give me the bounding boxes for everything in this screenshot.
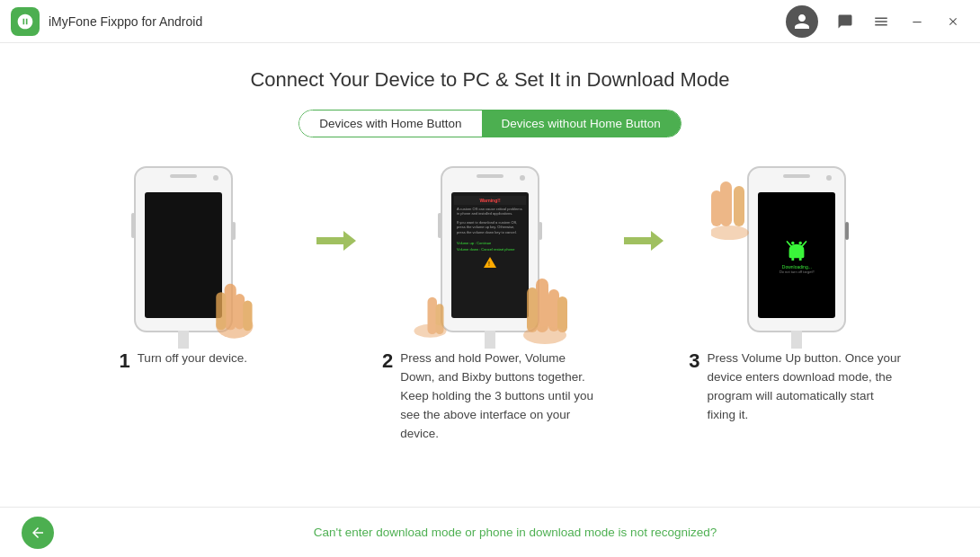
step-3-illustration: Downloading... Do not turn off target!! xyxy=(707,159,886,339)
title-bar-right xyxy=(786,5,969,38)
arrow-icon-1 xyxy=(316,231,356,251)
title-bar-left: iMyFone Fixppo for Android xyxy=(11,7,202,36)
svg-rect-22 xyxy=(734,186,744,226)
svg-rect-1 xyxy=(224,284,236,331)
svg-marker-5 xyxy=(316,231,356,251)
svg-rect-8 xyxy=(536,278,548,332)
android-logo-icon xyxy=(784,235,809,261)
step-1-illustration xyxy=(94,159,273,339)
svg-point-15 xyxy=(414,324,446,338)
hand-icon-3 xyxy=(711,177,761,240)
arrow-1 xyxy=(316,159,356,251)
step-3-desc: 3 Press Volume Up button. Once your devi… xyxy=(680,349,913,425)
warning-triangle-icon: ! xyxy=(484,257,496,268)
bottom-bar: Can't enter download mode or phone in do… xyxy=(0,507,980,557)
app-logo xyxy=(11,7,40,36)
help-link[interactable]: Can't enter download mode or phone in do… xyxy=(72,526,958,539)
svg-rect-4 xyxy=(243,301,252,332)
svg-text:!: ! xyxy=(488,261,490,267)
arrow-icon-2 xyxy=(624,231,664,251)
minimize-button[interactable] xyxy=(901,5,933,38)
step-1-text: Turn off your device. xyxy=(138,349,247,368)
close-button[interactable] xyxy=(937,5,969,38)
svg-rect-2 xyxy=(216,292,226,330)
hand-icon-2b xyxy=(407,271,461,343)
svg-line-20 xyxy=(802,242,806,247)
step-3-number: 3 xyxy=(689,349,699,373)
steps-area: 1 Turn off your device. xyxy=(49,159,931,444)
tab-home-button[interactable]: Devices with Home Button xyxy=(299,111,481,137)
svg-point-17 xyxy=(791,242,795,245)
svg-marker-6 xyxy=(484,257,496,268)
step-2-text: Press and hold Power, Volume Down, and B… xyxy=(400,349,598,444)
svg-line-19 xyxy=(788,242,792,247)
step-2-illustration: Warning!! A custom OS can cause critical… xyxy=(400,159,580,339)
step-1: 1 Turn off your device. xyxy=(49,159,316,373)
svg-point-18 xyxy=(799,242,803,245)
step-2-number: 2 xyxy=(382,349,393,373)
main-content: Connect Your Device to PC & Set It in Do… xyxy=(0,43,980,507)
step-2-desc: 2 Press and hold Power, Volume Down, and… xyxy=(373,349,607,444)
tab-no-home-button[interactable]: Devices without Home Button xyxy=(482,111,681,137)
step-2: Warning!! A custom OS can cause critical… xyxy=(356,159,623,444)
arrow-2 xyxy=(624,159,664,251)
menu-button[interactable] xyxy=(865,5,897,38)
title-bar: iMyFone Fixppo for Android xyxy=(0,0,980,43)
hand-icon-2 xyxy=(503,256,575,346)
step-3: Downloading... Do not turn off target!! xyxy=(664,159,931,425)
step-3-text: Press Volume Up button. Once your device… xyxy=(708,349,905,425)
device-toggle-group: Devices with Home Button Devices without… xyxy=(298,110,681,137)
back-button[interactable] xyxy=(22,517,54,549)
svg-rect-9 xyxy=(527,287,538,332)
svg-point-12 xyxy=(523,326,566,344)
app-title: iMyFone Fixppo for Android xyxy=(49,14,202,29)
step-1-desc: 1 Turn off your device. xyxy=(110,349,256,373)
user-account-button[interactable] xyxy=(786,5,818,38)
svg-rect-11 xyxy=(557,296,567,332)
page-title: Connect Your Device to PC & Set It in Do… xyxy=(250,68,729,92)
step-1-number: 1 xyxy=(119,349,129,373)
hand-icon-1 xyxy=(192,258,260,343)
chat-button[interactable] xyxy=(829,5,861,38)
svg-marker-16 xyxy=(624,231,664,251)
svg-point-24 xyxy=(711,225,749,240)
svg-rect-23 xyxy=(711,190,722,226)
